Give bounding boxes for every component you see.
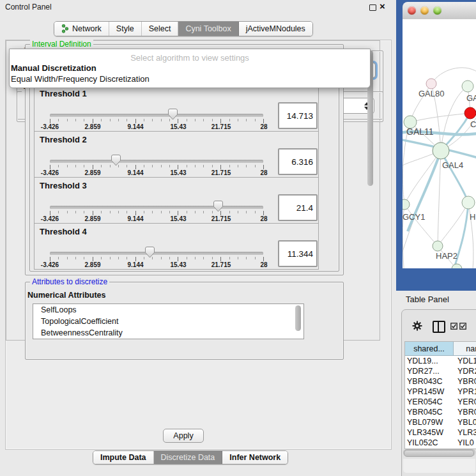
tab-jactivemnodules[interactable]: jActiveMNodules: [239, 22, 312, 36]
column-header-shared[interactable]: shared...: [405, 342, 454, 356]
panel-title: Control Panel: [5, 3, 52, 12]
node-partial-top[interactable]: [462, 81, 473, 92]
node-selected-red[interactable]: [464, 107, 476, 119]
tab-impute-data[interactable]: Impute Data: [93, 451, 154, 464]
table-cell[interactable]: YER054C: [405, 397, 455, 406]
table-row[interactable]: YPR145WYPR1: [405, 387, 476, 397]
scrollbar-thumb[interactable]: [404, 450, 474, 457]
threshold-label: Threshold 4: [40, 227, 87, 236]
threshold-panel: Threshold 3 -3.426 2.859 9.144 15.43 21.…: [34, 177, 319, 224]
attribute-list-item[interactable]: BetweennessCentrality: [33, 327, 303, 339]
table-cell[interactable]: YPR1: [455, 387, 476, 396]
numerical-attributes-list[interactable]: SelfLoopsTopologicalCoefficientBetweenne…: [33, 303, 304, 339]
slider-ticks: [50, 119, 264, 123]
threshold-value-field[interactable]: 14.713: [278, 102, 318, 129]
slider-tick-labels: -3.426 2.859 9.144 15.43 21.715 28: [50, 215, 264, 222]
table-cell[interactable]: YER0: [455, 397, 476, 406]
close-panel-icon[interactable]: ×: [380, 1, 385, 12]
table-panel-title: Table Panel: [406, 295, 449, 304]
slider-tick-labels: -3.426 2.859 9.144 15.43 21.715 28: [50, 123, 264, 130]
table-row[interactable]: YBL079WYBL0: [405, 417, 476, 427]
table-row[interactable]: YIL052CYIL0: [405, 438, 476, 448]
network-window-titlebar[interactable]: [403, 2, 476, 20]
threshold-panel: Threshold 2 -3.426 2.859 9.144 15.43 21.…: [34, 131, 319, 178]
minimize-window-icon[interactable]: [420, 6, 429, 15]
split-panel-icon[interactable]: [433, 321, 445, 333]
table-row[interactable]: YLR345WYLR3: [405, 427, 476, 438]
threshold-label: Threshold 2: [40, 135, 87, 144]
node-hap2[interactable]: [433, 241, 443, 251]
slider-tick-labels: -3.426 2.859 9.144 15.43 21.715 28: [50, 169, 264, 176]
node-gal80[interactable]: [426, 79, 436, 89]
checkbox-icon[interactable]: [450, 323, 457, 330]
gear-icon[interactable]: [412, 321, 422, 331]
network-view[interactable]: GAL80 GA C GAL11 GAL4 GCY1 H HAP2: [403, 19, 476, 268]
table-cell[interactable]: YBR0: [455, 377, 476, 386]
node-partial-right[interactable]: [462, 196, 475, 209]
table-cell[interactable]: YLR3: [455, 428, 476, 437]
table-cell[interactable]: YBR0: [455, 408, 476, 417]
attribute-list-item[interactable]: SelfLoops: [33, 304, 303, 316]
bottom-tab-bar: Impute Data Discretize Data Infer Networ…: [93, 450, 288, 464]
slider-ticks: [50, 165, 264, 169]
table-row[interactable]: YBR045CYBR0: [405, 407, 476, 417]
table-row[interactable]: YBR043CYBR0: [405, 376, 476, 387]
threshold-panel: Threshold 4 -3.426 2.859 9.144 15.43 21.…: [34, 223, 319, 270]
table-cell[interactable]: YBL0: [455, 418, 476, 427]
table-cell[interactable]: YDR2: [455, 367, 476, 376]
table-cell[interactable]: YDR27...: [405, 367, 455, 376]
tab-infer-network[interactable]: Infer Network: [222, 451, 288, 464]
tab-discretize-data[interactable]: Discretize Data: [154, 451, 223, 464]
threshold-value-field[interactable]: 21.4: [278, 194, 318, 221]
table-cell[interactable]: YBR043C: [405, 377, 455, 386]
column-header-name[interactable]: name: [454, 342, 476, 356]
close-window-icon[interactable]: [408, 6, 416, 15]
threshold-slider[interactable]: [50, 114, 263, 117]
group-label: Attributes to discretize: [30, 277, 109, 286]
tab-style[interactable]: Style: [109, 22, 142, 36]
tab-network[interactable]: Network: [54, 22, 109, 36]
tab-select[interactable]: Select: [142, 22, 179, 36]
node-table: shared... name YDL19...YDL1YDR27...YDR2Y…: [404, 341, 476, 449]
node-label: HAP2: [436, 251, 457, 261]
checkbox-icon[interactable]: [459, 323, 466, 330]
float-panel-icon[interactable]: [369, 4, 376, 11]
node-label: H: [470, 212, 475, 222]
tab-cyni-toolbox[interactable]: Cyni Toolbox: [178, 22, 238, 36]
table-cell[interactable]: YIL0: [455, 438, 476, 447]
table-cell[interactable]: YDL19...: [405, 357, 455, 365]
node-label: GAL11: [406, 127, 434, 137]
threshold-slider[interactable]: [50, 252, 263, 255]
app-screen: Control Panel × Network Style Select Cyn…: [0, 0, 476, 476]
node-gcy1[interactable]: [403, 199, 410, 210]
dropdown-prompt: Select algorithm to view settings: [10, 49, 370, 63]
table-cell[interactable]: YBL079W: [405, 418, 455, 427]
list-scrollbar[interactable]: [295, 305, 301, 331]
threshold-slider[interactable]: [50, 206, 263, 209]
threshold-value-field[interactable]: 6.316: [278, 148, 318, 175]
table-cell[interactable]: YDL1: [455, 357, 476, 365]
threshold-slider[interactable]: [50, 160, 263, 163]
zoom-window-icon[interactable]: [433, 6, 441, 15]
slider-ticks: [50, 257, 264, 261]
network-graph: GAL80 GA C GAL11 GAL4 GCY1 H HAP2: [403, 19, 476, 268]
horizontal-scrollbar[interactable]: [403, 449, 475, 456]
dropdown-option-manual[interactable]: Manual Discretization: [10, 63, 370, 73]
node-label: GAL4: [442, 160, 463, 170]
dropdown-option-equal-width[interactable]: Equal Width/Frequency Discretization: [10, 73, 370, 84]
table-row[interactable]: YDR27...YDR2: [405, 366, 476, 376]
table-cell[interactable]: YPR145W: [405, 387, 455, 396]
apply-button[interactable]: Apply: [163, 429, 204, 443]
threshold-value-field[interactable]: 11.344: [278, 240, 318, 267]
algorithm-dropdown-popup: Select algorithm to view settings Manual…: [9, 49, 371, 88]
table-cell[interactable]: YIL052C: [405, 438, 455, 447]
table-cell[interactable]: YLR345W: [405, 428, 455, 437]
table-row[interactable]: YDL19...YDL1: [405, 356, 476, 366]
table-cell[interactable]: YBR045C: [405, 408, 455, 417]
attribute-list-item[interactable]: TopologicalCoefficient: [33, 316, 303, 327]
table-rows: YDL19...YDL1YDR27...YDR2YBR043CYBR0YPR14…: [405, 356, 476, 448]
node-gal4[interactable]: [433, 142, 449, 159]
group-label: Interval Definition: [30, 40, 93, 49]
table-row[interactable]: YER054CYER0: [405, 397, 476, 407]
cyni-toolbox-panel: Discretization Algorithm Table Data galF…: [5, 40, 392, 450]
